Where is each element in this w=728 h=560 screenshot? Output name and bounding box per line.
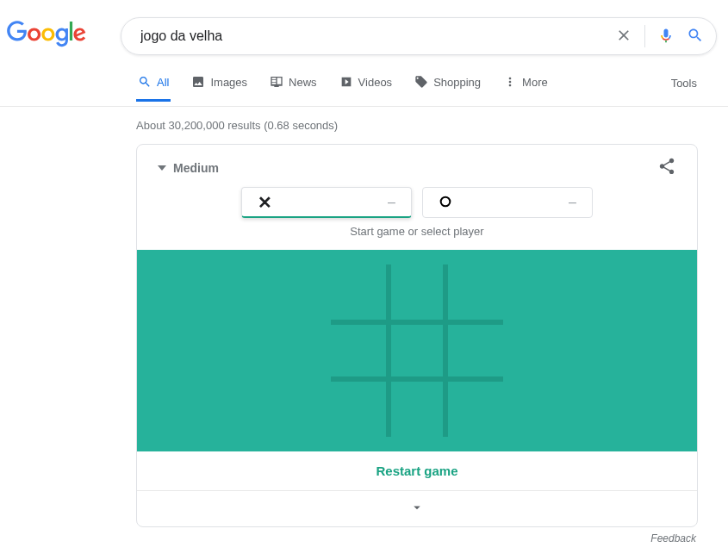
tab-news[interactable]: News — [268, 75, 319, 102]
o-mark-icon — [439, 193, 452, 213]
tab-label: Images — [210, 76, 247, 89]
divider — [644, 25, 645, 47]
board-cell-7[interactable] — [389, 382, 445, 437]
svg-point-0 — [441, 196, 451, 206]
tab-images[interactable]: Images — [190, 75, 249, 102]
tab-videos[interactable]: Videos — [338, 75, 395, 102]
board-cell-5[interactable] — [448, 323, 503, 378]
search-input[interactable] — [139, 28, 615, 45]
difficulty-label: Medium — [173, 161, 219, 175]
chevron-down-icon — [409, 500, 425, 515]
game-hint: Start game or select player — [137, 225, 697, 250]
tic-tac-toe-card: Medium ✕ – – Start game or select player — [136, 144, 698, 527]
restart-button[interactable]: Restart game — [376, 464, 457, 478]
difficulty-selector[interactable]: Medium — [158, 161, 219, 175]
board-cell-0[interactable] — [331, 264, 386, 320]
tab-label: Videos — [358, 76, 393, 89]
search-icon[interactable] — [687, 27, 704, 47]
tab-more[interactable]: More — [501, 75, 550, 102]
chevron-down-icon — [158, 164, 166, 172]
share-icon[interactable] — [657, 157, 676, 178]
game-board — [137, 250, 697, 451]
tab-label: Shopping — [433, 76, 481, 89]
tab-label: All — [157, 76, 169, 89]
x-mark-icon: ✕ — [258, 192, 272, 213]
player-x-score: – — [388, 195, 395, 210]
google-logo[interactable] — [7, 21, 86, 47]
board-cell-1[interactable] — [389, 264, 445, 320]
tools-button[interactable]: Tools — [671, 77, 728, 100]
tab-label: More — [522, 76, 548, 89]
player-x-selector[interactable]: ✕ – — [241, 187, 412, 218]
tab-all[interactable]: All — [136, 75, 171, 102]
board-cell-8[interactable] — [448, 382, 503, 437]
board-cell-4[interactable] — [389, 323, 445, 378]
clear-icon[interactable] — [615, 27, 632, 47]
board-cell-6[interactable] — [331, 382, 386, 437]
result-stats: About 30,200,000 results (0.68 seconds) — [136, 119, 728, 132]
search-box[interactable] — [121, 17, 717, 55]
player-o-score: – — [569, 195, 576, 210]
tab-label: News — [289, 76, 317, 89]
feedback-link[interactable]: Feedback — [136, 527, 698, 550]
tab-shopping[interactable]: Shopping — [413, 75, 482, 102]
board-cell-2[interactable] — [448, 264, 503, 320]
board-cell-3[interactable] — [331, 323, 386, 378]
expand-toggle[interactable] — [137, 491, 697, 526]
mic-icon[interactable] — [657, 27, 675, 47]
player-o-selector[interactable]: – — [422, 187, 593, 218]
